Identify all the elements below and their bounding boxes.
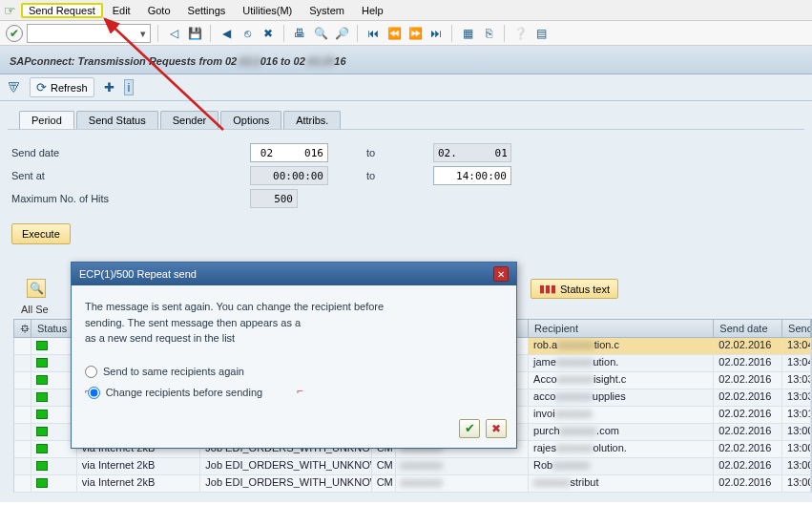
help-icon[interactable]: ❔ — [511, 25, 529, 42]
menu-settings[interactable]: Settings — [180, 3, 234, 18]
label-send-date: Send date — [11, 147, 250, 158]
first-page-icon[interactable]: ⏮ — [364, 25, 382, 42]
status-ok-icon — [36, 392, 48, 402]
label-to-2: to — [366, 170, 424, 181]
info-icon[interactable]: i — [124, 79, 135, 95]
menu-utilities[interactable]: Utilities(M) — [235, 3, 300, 18]
menu-bar: ☞ Send Request Edit Goto Settings Utilit… — [0, 0, 812, 21]
tab-attribs[interactable]: Attribs. — [283, 111, 341, 129]
label-sent-at: Sent at — [11, 170, 250, 181]
radio-change-recipients[interactable] — [88, 387, 100, 399]
find-icon[interactable]: 🔍 — [312, 25, 329, 42]
tab-period[interactable]: Period — [19, 111, 74, 129]
highlight-corner-icon: ⌐ — [297, 385, 303, 401]
dialog-ok-button[interactable]: ✔ — [459, 419, 480, 438]
dialog-text-2: sending. The sent message then appears a… — [85, 315, 503, 331]
tab-sender[interactable]: Sender — [160, 111, 219, 129]
tabstrip: Period Send Status Sender Options Attrib… — [19, 111, 804, 129]
list-caption: All Se — [21, 304, 49, 315]
dialog-text-1: The message is sent again. You can chang… — [85, 299, 503, 315]
status-ok-icon — [36, 410, 48, 419]
label-to-1: to — [366, 147, 424, 158]
sent-at-from[interactable] — [250, 166, 328, 185]
refresh-icon: ⟳ — [36, 80, 47, 95]
status-ok-icon — [36, 461, 48, 471]
col-sel[interactable]: ⯐ — [14, 320, 31, 337]
status-ok-icon — [36, 375, 48, 385]
grid-toolbar: 🔍 — [27, 279, 46, 298]
table-row[interactable]: via Internet 2kBJob EDI_ORDERS_WITH_UNKN… — [13, 458, 812, 475]
period-form: Send date to Sent at to Maximum No. of H… — [8, 129, 804, 248]
print-icon[interactable]: 🖶 — [291, 25, 308, 42]
label-max-hits: Maximum No. of Hits — [11, 193, 250, 204]
layout-icon[interactable]: ▤ — [532, 25, 550, 42]
menu-help[interactable]: Help — [354, 3, 391, 18]
radio-same-recipients[interactable] — [85, 366, 97, 378]
max-hits-input[interactable] — [250, 189, 298, 208]
application-toolbar: ⮗ ⟳Refresh ✚ i — [0, 74, 812, 101]
repeat-send-dialog: ECP(1)/500 Repeat send ✕ The message is … — [71, 262, 517, 449]
tab-options[interactable]: Options — [220, 111, 281, 129]
back2-icon[interactable]: ◀ — [218, 25, 235, 42]
radio-group: Send to same recipients again ⌐ Change r… — [85, 362, 503, 404]
radio-same-label: Send to same recipients again — [103, 364, 244, 380]
send-date-to[interactable] — [433, 143, 511, 162]
shortcut-icon[interactable]: ⎘ — [480, 25, 497, 42]
check-icon: ✔ — [465, 421, 475, 435]
dialog-title-text: ECP(1)/500 Repeat send — [79, 268, 197, 280]
last-page-icon[interactable]: ⏭ — [427, 25, 445, 42]
execute-button[interactable]: Execute — [11, 223, 71, 244]
enter-icon[interactable]: ✔ — [6, 25, 23, 42]
prev-page-icon[interactable]: ⏪ — [385, 25, 403, 42]
page-title: SAPconnect: Transmission Requests from 0… — [0, 46, 812, 74]
cancel-icon[interactable]: ✖ — [260, 25, 277, 42]
col-send[interactable]: Send — [782, 320, 811, 337]
create-icon[interactable]: ✚ — [104, 80, 115, 95]
dialog-cancel-button[interactable]: ✖ — [486, 419, 507, 438]
exit-icon[interactable]: ⎋ — [239, 25, 256, 42]
dialog-text-3: as a new send request in the list — [85, 330, 503, 347]
menu-send-request[interactable]: Send Request — [21, 3, 103, 18]
new-session-icon[interactable]: ▦ — [459, 25, 476, 42]
menu-goto[interactable]: Goto — [140, 3, 178, 18]
dialog-body: The message is sent again. You can chang… — [72, 285, 516, 413]
menu-system[interactable]: System — [302, 3, 352, 18]
status-ok-icon — [36, 444, 48, 453]
status-ok-icon — [36, 341, 48, 350]
col-recipient[interactable]: Recipient — [529, 320, 714, 337]
status-ok-icon — [36, 358, 48, 368]
tab-send-status[interactable]: Send Status — [76, 111, 158, 129]
tree-icon[interactable]: ⮗ — [8, 80, 20, 95]
sent-at-to[interactable] — [433, 166, 511, 185]
dialog-footer: ✔ ✖ — [72, 413, 516, 448]
back-icon[interactable]: ◁ — [165, 25, 182, 42]
status-text-button[interactable]: ▮▮▮ Status text — [531, 279, 618, 299]
status-ok-icon — [36, 427, 48, 436]
x-icon: ✖ — [491, 422, 501, 435]
menu-edit[interactable]: Edit — [105, 3, 138, 18]
save-icon[interactable]: 💾 — [186, 25, 203, 42]
col-send-date[interactable]: Send date — [714, 320, 782, 337]
app-icon: ☞ — [4, 3, 19, 18]
next-page-icon[interactable]: ⏩ — [406, 25, 424, 42]
find-next-icon[interactable]: 🔎 — [333, 25, 350, 42]
status-ok-icon — [36, 478, 48, 488]
dialog-titlebar: ECP(1)/500 Repeat send ✕ — [72, 263, 516, 285]
refresh-button[interactable]: ⟳Refresh — [30, 77, 94, 97]
status-bars-icon: ▮▮▮ — [539, 283, 556, 295]
standard-toolbar: ✔ ◁ 💾 ◀ ⎋ ✖ 🖶 🔍 🔎 ⏮ ⏪ ⏩ ⏭ ▦ ⎘ ❔ ▤ — [0, 21, 812, 46]
dialog-close-button[interactable]: ✕ — [493, 266, 509, 282]
command-field[interactable] — [27, 24, 151, 43]
detail-icon[interactable]: 🔍 — [27, 279, 46, 298]
send-date-from[interactable] — [250, 143, 328, 162]
table-row[interactable]: via Internet 2kBJob EDI_ORDERS_WITH_UNKN… — [13, 475, 812, 493]
radio-change-label: Change recipients before sending — [106, 385, 263, 401]
